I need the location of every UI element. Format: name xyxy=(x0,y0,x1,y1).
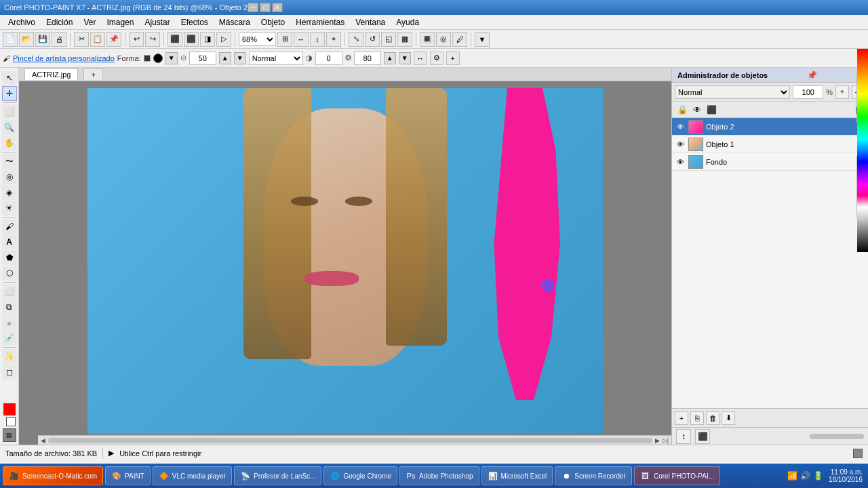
obj-vis-objeto1[interactable]: 👁 xyxy=(675,139,686,150)
zoom-fit-button[interactable]: ⊞ xyxy=(277,32,292,47)
obj-merge-btn1[interactable]: ↕ xyxy=(676,429,691,444)
tray-network[interactable]: 📶 xyxy=(787,470,798,481)
softness-up-button[interactable]: ▲ xyxy=(384,52,396,64)
color-palette[interactable] xyxy=(857,49,868,252)
tb-btn-b[interactable]: ⬛ xyxy=(184,32,199,47)
brush-color-button[interactable]: ▼ xyxy=(165,52,178,64)
shape-tool[interactable]: ⬟ xyxy=(2,250,17,265)
tb-btn-n[interactable]: 🖊 xyxy=(452,32,467,47)
replace-tool[interactable]: ⬦ xyxy=(2,315,17,330)
taskbar-clock[interactable]: 11:09 a.m. 18/10/2016 xyxy=(826,468,865,483)
menu-imagen[interactable]: Imagen xyxy=(101,16,139,28)
canvas-area[interactable]: ACTRIZ.jpg + xyxy=(19,68,671,445)
taskbar-lansc[interactable]: 📡 Profesor de LanSc... xyxy=(234,466,321,485)
tb-btn-i[interactable]: ↺ xyxy=(365,32,380,47)
undo-button[interactable]: ↩ xyxy=(129,32,144,47)
taskbar-recorder[interactable]: ⏺ Screen Recorder xyxy=(555,466,632,485)
save-button[interactable]: 💾 xyxy=(35,32,50,47)
fill-tool[interactable]: ⬡ xyxy=(2,266,17,281)
selector-tool[interactable]: ↖ xyxy=(2,70,17,85)
tb-btn-o[interactable]: ▼ xyxy=(475,32,490,47)
magic-wand-tool[interactable]: ✨ xyxy=(2,349,17,364)
dodge-tool[interactable]: ☀ xyxy=(2,201,17,216)
scroll-end-btn[interactable]: ▷| xyxy=(663,437,669,444)
menu-ajustar[interactable]: Ajustar xyxy=(139,16,175,28)
new-layer-button[interactable]: + xyxy=(675,411,688,425)
blend-mode-select[interactable]: Normal Multiplicar Pantalla xyxy=(249,52,303,65)
copy-layer-button[interactable]: ⎘ xyxy=(690,411,704,425)
print-button[interactable]: 🖨 xyxy=(52,32,66,47)
tb-btn-j[interactable]: ◱ xyxy=(381,32,396,47)
menu-edicion[interactable]: Edición xyxy=(41,16,78,28)
scroll-left-btn[interactable]: ◀ xyxy=(41,437,45,444)
mask-tool[interactable]: ◻ xyxy=(2,365,17,380)
visibility-icon[interactable]: 👁 xyxy=(693,105,701,115)
clone-tool[interactable]: ⧉ xyxy=(2,300,17,314)
eyedropper-tool[interactable]: 💉 xyxy=(2,331,17,346)
brush-symmetry-button[interactable]: ↔ xyxy=(414,52,427,65)
brush-add-button[interactable]: + xyxy=(446,52,460,65)
taskbar-chrome[interactable]: 🌐 Google Chrome xyxy=(323,466,397,485)
maximize-button[interactable]: □ xyxy=(260,3,271,12)
cut-button[interactable]: ✂ xyxy=(74,32,89,47)
menu-ver[interactable]: Ver xyxy=(78,16,101,28)
taskbar-screencaster[interactable]: 🎥 Screencast-O-Matic.com xyxy=(3,466,103,485)
tb-btn-m[interactable]: ◎ xyxy=(436,32,451,47)
size-up-button[interactable]: ▲ xyxy=(219,52,231,64)
new-file-button[interactable]: 📄 xyxy=(3,32,18,47)
taskbar-corel[interactable]: 🖼 Corel PHOTO-PAI... xyxy=(634,466,720,485)
background-color[interactable] xyxy=(6,417,16,426)
layer-icon[interactable]: ⬛ xyxy=(707,105,717,115)
taskbar-excel[interactable]: 📊 Microsoft Excel xyxy=(481,466,553,485)
tb-btn-d[interactable]: ▷ xyxy=(216,32,231,47)
size-down-button[interactable]: ▼ xyxy=(234,52,246,64)
taskbar-photoshop[interactable]: Ps Adobe Photoshop xyxy=(399,466,479,485)
obj-row-objeto1[interactable]: 👁 Objeto 1 xyxy=(672,136,868,153)
obj-opacity-input[interactable] xyxy=(793,85,823,99)
brush-size-input[interactable] xyxy=(189,52,216,65)
zoom-select[interactable]: 68% 100% 50% xyxy=(239,33,276,46)
foreground-color[interactable] xyxy=(3,403,16,415)
copy-button[interactable]: 📋 xyxy=(90,32,105,47)
obj-row-objeto2[interactable]: 👁 Objeto 2 xyxy=(672,118,868,136)
tb-btn-k[interactable]: ▦ xyxy=(397,32,412,47)
horizontal-scrollbar[interactable]: ◀ ▶ ▷| xyxy=(38,435,671,445)
paste-button[interactable]: 📌 xyxy=(106,32,121,47)
tb-btn-l[interactable]: 🔳 xyxy=(420,32,435,47)
eraser-tool[interactable]: ⬜ xyxy=(2,284,17,299)
softness-input[interactable] xyxy=(354,52,381,65)
tray-volume[interactable]: 🔊 xyxy=(800,470,811,481)
canvas-tab-actriz[interactable]: ACTRIZ.jpg xyxy=(24,68,78,80)
menu-efectos[interactable]: Efectos xyxy=(176,16,214,28)
redo-button[interactable]: ↪ xyxy=(145,32,160,47)
tb-btn-f[interactable]: ↕ xyxy=(310,32,325,47)
paint-tool[interactable]: 🖌 xyxy=(2,219,17,234)
canvas-tab-new[interactable]: + xyxy=(83,68,102,80)
obj-slider[interactable] xyxy=(810,434,864,439)
brush-settings-button[interactable]: ⚙ xyxy=(430,52,443,65)
scroll-track[interactable] xyxy=(48,438,652,443)
text-tool[interactable]: A xyxy=(2,235,17,249)
obj-vis-fondo[interactable]: 👁 xyxy=(675,157,686,167)
merge-layer-button[interactable]: ⬇ xyxy=(722,411,735,425)
obj-opacity-increase[interactable]: + xyxy=(835,85,849,99)
brush-shape-square[interactable] xyxy=(144,55,151,62)
obj-vis-objeto2[interactable]: 👁 xyxy=(675,121,686,132)
close-button[interactable]: ✕ xyxy=(272,3,283,12)
delete-layer-button[interactable]: 🗑 xyxy=(706,411,719,425)
tb-btn-g[interactable]: ⌖ xyxy=(326,32,341,47)
opacity-input[interactable] xyxy=(315,52,342,65)
blur-tool[interactable]: ◎ xyxy=(2,169,17,184)
menu-ventana[interactable]: Ventana xyxy=(350,16,391,28)
tb-btn-c[interactable]: ◨ xyxy=(200,32,215,47)
taskbar-vlc[interactable]: 🔶 VLC media player xyxy=(153,466,232,485)
menu-objeto[interactable]: Objeto xyxy=(256,16,290,28)
menu-ayuda[interactable]: Ayuda xyxy=(391,16,425,28)
pan-tool[interactable]: ✋ xyxy=(2,136,17,150)
taskbar-paint[interactable]: 🎨 PAINT xyxy=(105,466,151,485)
effect-tool[interactable]: ◈ xyxy=(2,185,17,200)
zoom-tool[interactable]: 🔍 xyxy=(2,120,17,135)
tb-btn-a[interactable]: ⬛ xyxy=(167,32,182,47)
panel-pin-button[interactable]: 📌 xyxy=(807,70,817,80)
tb-btn-h[interactable]: ⤡ xyxy=(349,32,363,47)
